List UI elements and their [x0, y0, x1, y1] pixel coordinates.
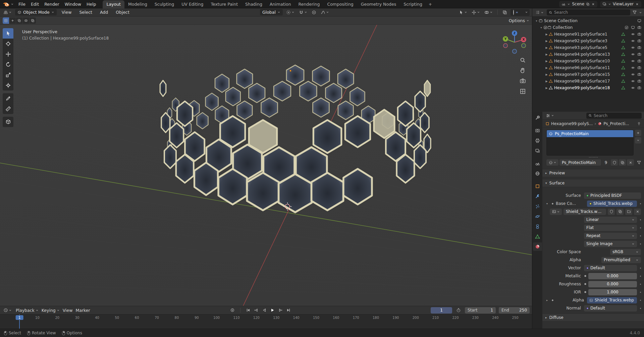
workspace-tab-animation[interactable]: Animation	[266, 0, 295, 8]
animate-decorator-dot[interactable]	[640, 268, 641, 269]
breadcrumb-object[interactable]: Hexagone99:polyS...	[551, 121, 593, 126]
outliner-row-collection[interactable]: ▾ Collection	[532, 24, 644, 31]
select-extend-button[interactable]	[9, 17, 16, 24]
expand-caret-icon[interactable]: ▾	[546, 202, 549, 205]
play-button[interactable]	[269, 307, 276, 314]
gizmo-negative-y-axis[interactable]	[522, 44, 526, 48]
current-frame-field[interactable]: 1	[431, 307, 452, 314]
add-cube-tool[interactable]	[3, 117, 13, 127]
previous-keyframe-button[interactable]	[253, 307, 260, 314]
shading-wireframe-button[interactable]	[512, 9, 515, 15]
animate-decorator-dot[interactable]	[640, 276, 641, 277]
close-icon[interactable]	[635, 2, 639, 6]
list-resize-grip[interactable]	[542, 156, 644, 159]
eye-icon[interactable]	[631, 52, 635, 56]
breadcrumb-material[interactable]: Ps_Protecti...	[603, 121, 629, 126]
workspace-tab-rendering[interactable]: Rendering	[295, 0, 324, 8]
mode-selector[interactable]: Object Mode	[15, 9, 57, 15]
eye-icon[interactable]	[631, 72, 635, 76]
jump-to-end-button[interactable]	[285, 307, 292, 314]
workspace-tab-texture-paint[interactable]: Texture Paint	[207, 0, 241, 8]
properties-search-input[interactable]	[594, 113, 640, 118]
scene-selector[interactable]: Scene	[559, 1, 597, 7]
expand-caret-icon[interactable]: ▶	[544, 40, 549, 43]
outliner-row-scene-collection[interactable]: ▾ Scene Collection	[532, 17, 644, 24]
screen-icon[interactable]	[631, 25, 635, 30]
select-intersect-button[interactable]	[30, 17, 36, 24]
blender-menu-button[interactable]	[3, 1, 14, 7]
rotate-tool[interactable]	[3, 59, 13, 70]
animate-decorator-dot[interactable]	[640, 227, 641, 228]
options-dropdown[interactable]: Options	[509, 18, 529, 23]
expand-caret-icon[interactable]: ▸	[546, 299, 549, 302]
expand-caret-icon[interactable]: ▶	[544, 80, 549, 83]
next-keyframe-button[interactable]	[277, 307, 284, 314]
source-dropdown[interactable]: Single Image	[584, 241, 637, 247]
tab-modifiers[interactable]	[533, 192, 542, 201]
menu-edit[interactable]: Edit	[28, 1, 42, 8]
select-set-button[interactable]	[3, 17, 9, 24]
add-workspace-button[interactable]: +	[426, 1, 435, 8]
workspace-tab-compositing[interactable]: Compositing	[323, 0, 357, 8]
close-icon[interactable]	[591, 2, 595, 6]
transform-orientation-selector[interactable]: Global	[260, 9, 283, 15]
shading-material-button[interactable]	[519, 12, 521, 13]
outliner-search-input[interactable]	[554, 10, 628, 15]
expand-caret-icon[interactable]: ▶	[544, 73, 549, 76]
eye-icon[interactable]	[631, 39, 635, 43]
shading-solid-button[interactable]	[516, 12, 518, 13]
eye-icon[interactable]	[631, 46, 635, 50]
camera-icon[interactable]	[637, 59, 641, 63]
vector-input[interactable]: Default	[584, 265, 637, 271]
menu-window[interactable]: Window	[62, 1, 84, 8]
select-invert-button[interactable]	[23, 17, 29, 24]
pan-hand-icon[interactable]	[520, 67, 526, 74]
xray-toggle[interactable]	[501, 9, 508, 15]
menu-view[interactable]: View	[59, 9, 74, 16]
transform-tool[interactable]	[3, 80, 13, 91]
tab-world[interactable]	[533, 169, 542, 178]
eye-icon[interactable]	[631, 59, 635, 63]
users-count-badge[interactable]: 9	[602, 159, 610, 166]
ior-slider[interactable]: 1.000	[588, 289, 637, 295]
navigation-gizmo[interactable]: Z X Y	[500, 28, 529, 56]
preview-panel-header[interactable]: ▸Preview	[542, 169, 644, 177]
tab-render[interactable]	[533, 126, 542, 135]
selectability-visibility-popover[interactable]	[458, 9, 468, 15]
gizmos-popover[interactable]	[471, 9, 481, 15]
browse-image-button[interactable]	[550, 209, 562, 215]
animate-decorator-dot[interactable]	[640, 300, 641, 301]
annotate-tool[interactable]	[3, 93, 13, 104]
material-name-field[interactable]: Ps_ProtectioMain	[559, 159, 601, 166]
chevron-down-icon[interactable]	[639, 11, 642, 14]
camera-icon[interactable]	[637, 46, 641, 50]
frame-start-field[interactable]: Start 1	[465, 307, 496, 314]
outliner-row-object[interactable]: ▶ Hexagone91:polySurface1	[532, 31, 644, 38]
camera-icon[interactable]	[637, 72, 641, 76]
tab-output[interactable]	[533, 136, 542, 145]
timeline-ruler[interactable]: 1020304050607080901001101201301401501601…	[0, 314, 532, 329]
checkbox-icon[interactable]	[543, 25, 547, 30]
surface-shader-select[interactable]: Principled BSDF	[584, 192, 641, 199]
outliner-row-object[interactable]: ▶ Hexagone98:polySurface17	[532, 78, 644, 85]
color-space-dropdown[interactable]: sRGB	[610, 249, 641, 255]
surface-panel-header[interactable]: ▾Surface	[542, 179, 644, 187]
image-fake-user-button[interactable]	[608, 209, 615, 215]
viewport-3d[interactable]: User Perspective (1) Collection | Hexago…	[0, 25, 532, 306]
menu-marker[interactable]: Marker	[75, 308, 90, 313]
eye-icon[interactable]	[631, 86, 635, 90]
outliner-row-object[interactable]: ▶ Hexagone96:polySurface11	[532, 64, 644, 71]
camera-icon[interactable]	[637, 32, 641, 36]
camera-icon[interactable]	[637, 52, 641, 56]
material-slot-selected[interactable]: Ps_ProtectioMain	[547, 130, 633, 137]
cursor-tool[interactable]	[3, 39, 13, 49]
workspace-tab-modeling[interactable]: Modeling	[124, 0, 151, 8]
new-material-button[interactable]	[619, 159, 626, 166]
animate-decorator-dot[interactable]	[640, 219, 641, 220]
eye-icon[interactable]	[631, 66, 635, 70]
normal-input[interactable]: Default	[584, 305, 637, 312]
expand-caret-icon[interactable]: ▶	[544, 46, 549, 49]
open-image-button[interactable]	[625, 209, 632, 215]
outliner-row-object[interactable]: ▶ Hexagone94:polySurface13	[532, 51, 644, 58]
playhead-frame-badge[interactable]: 1	[16, 315, 23, 320]
